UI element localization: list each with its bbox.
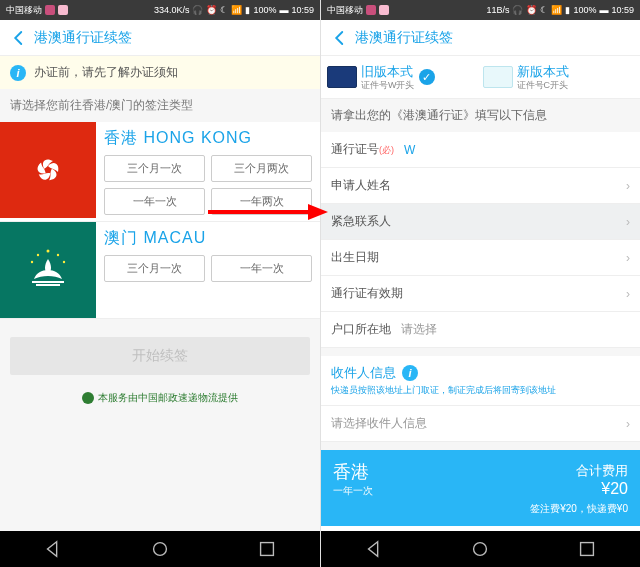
service-provider-label: 本服务由中国邮政速递物流提供 — [0, 391, 320, 405]
svg-point-9 — [474, 543, 487, 556]
chevron-right-icon: › — [626, 215, 630, 229]
visa-option-button[interactable]: 三个月一次 — [104, 155, 205, 182]
nav-home-icon[interactable] — [469, 538, 491, 560]
card-title: 旧版本式 — [361, 64, 415, 80]
svg-point-2 — [47, 250, 50, 253]
permit-number-field[interactable]: 通行证号(必) W — [321, 132, 640, 168]
visa-type-prompt: 请选择您前往香港/澳门的签注类型 — [0, 89, 320, 122]
app-header: 港澳通行证续签 — [321, 20, 640, 56]
battery-label: 100% — [573, 5, 596, 15]
permit-old-thumb-icon — [327, 66, 357, 88]
chevron-right-icon: › — [626, 251, 630, 265]
visa-option-button[interactable]: 三个月一次 — [104, 255, 205, 282]
svg-rect-10 — [580, 543, 593, 556]
summary-total-label: 合计费用 — [576, 462, 628, 480]
nav-back-icon[interactable] — [363, 538, 385, 560]
page-title: 港澳通行证续签 — [34, 29, 132, 47]
notice-banner[interactable]: i 办证前，请先了解办证须知 — [0, 56, 320, 89]
notice-text: 办证前，请先了解办证须知 — [34, 64, 178, 81]
visa-option-button[interactable]: 一年两次 — [211, 188, 312, 215]
permit-new-thumb-icon — [483, 66, 513, 88]
info-icon[interactable]: i — [402, 365, 418, 381]
provider-text: 本服务由中国邮政速递物流提供 — [98, 391, 238, 405]
back-icon[interactable] — [10, 29, 28, 47]
destination-name: 澳门 MACAU — [104, 228, 312, 249]
emergency-contact-field[interactable]: 紧急联系人 › — [321, 204, 640, 240]
net-speed: 11B/s — [486, 5, 509, 15]
permit-old-card[interactable]: 旧版本式 证件号W开头 ✓ — [327, 64, 479, 90]
carrier-label: 中国移动 — [6, 4, 42, 17]
field-label: 紧急联系人 — [331, 213, 391, 230]
nav-home-icon[interactable] — [149, 538, 171, 560]
svg-rect-8 — [260, 543, 273, 556]
back-icon[interactable] — [331, 29, 349, 47]
svg-rect-0 — [32, 281, 64, 283]
field-label: 出生日期 — [331, 249, 379, 266]
android-navbar — [0, 531, 320, 567]
net-speed: 334.0K/s — [154, 5, 190, 15]
visa-option-button[interactable]: 一年一次 — [104, 188, 205, 215]
hukou-field[interactable]: 户口所在地 请选择 — [321, 312, 640, 348]
status-indicator-icon — [58, 5, 68, 15]
destination-macau: 澳门 MACAU 三个月一次 一年一次 — [0, 222, 320, 319]
svg-rect-1 — [36, 284, 60, 286]
status-bar: 中国移动 334.0K/s 🎧 ⏰ ☾ 📶 ▮ 100% ▬ 10:59 — [0, 0, 320, 20]
app-header: 港澳通行证续签 — [0, 20, 320, 56]
selected-check-icon: ✓ — [419, 69, 435, 85]
summary-destination: 香港 — [333, 460, 373, 484]
svg-point-5 — [31, 261, 33, 263]
nav-back-icon[interactable] — [42, 538, 64, 560]
nav-recent-icon[interactable] — [576, 538, 598, 560]
recipient-title: 收件人信息 — [331, 364, 396, 382]
svg-point-4 — [57, 254, 59, 256]
wifi-icon: 📶 — [551, 5, 562, 15]
flag-macau-icon — [0, 222, 96, 318]
recipient-placeholder: 请选择收件人信息 — [331, 415, 427, 432]
order-summary: 香港 一年一次 合计费用 ¥20 签注费¥20，快递费¥0 — [321, 450, 640, 526]
status-bar: 中国移动 11B/s 🎧 ⏰ ☾ 📶 ▮ 100% ▬ 10:59 — [321, 0, 640, 20]
phone-left: 中国移动 334.0K/s 🎧 ⏰ ☾ 📶 ▮ 100% ▬ 10:59 港澳通… — [0, 0, 320, 567]
battery-icon: ▬ — [279, 5, 288, 15]
hukou-placeholder: 请选择 — [391, 321, 630, 338]
recipient-header: 收件人信息 i — [321, 348, 640, 384]
summary-frequency: 一年一次 — [333, 484, 373, 498]
android-navbar — [321, 531, 640, 567]
page-title: 港澳通行证续签 — [355, 29, 453, 47]
summary-fee-detail: 签注费¥20，快递费¥0 — [333, 502, 628, 516]
svg-point-7 — [154, 543, 167, 556]
form-instruction: 请拿出您的《港澳通行证》填写以下信息 — [321, 99, 640, 132]
status-indicator-icon — [366, 5, 376, 15]
destination-name: 香港 HONG KONG — [104, 128, 312, 149]
dnd-icon: ☾ — [540, 5, 548, 15]
visa-option-button[interactable]: 一年一次 — [211, 255, 312, 282]
permit-expiry-field[interactable]: 通行证有效期 › — [321, 276, 640, 312]
permit-style-selector: 旧版本式 证件号W开头 ✓ 新版本式 证件号C开头 — [321, 56, 640, 99]
destination-hongkong: 香港 HONG KONG 三个月一次 三个月两次 一年一次 一年两次 — [0, 122, 320, 222]
card-sub: 证件号W开头 — [361, 80, 415, 91]
field-label: 申请人姓名 — [331, 177, 391, 194]
applicant-name-field[interactable]: 申请人姓名 › — [321, 168, 640, 204]
svg-point-3 — [37, 254, 39, 256]
birth-date-field[interactable]: 出生日期 › — [321, 240, 640, 276]
dnd-icon: ☾ — [220, 5, 228, 15]
chevron-right-icon: › — [626, 179, 630, 193]
alarm-icon: ⏰ — [206, 5, 217, 15]
field-label: 户口所在地 — [331, 321, 391, 338]
info-icon: i — [10, 65, 26, 81]
nav-recent-icon[interactable] — [256, 538, 278, 560]
alarm-icon: ⏰ — [526, 5, 537, 15]
permit-new-card[interactable]: 新版本式 证件号C开头 — [483, 64, 635, 90]
summary-total-value: ¥20 — [576, 480, 628, 498]
wifi-icon: 📶 — [231, 5, 242, 15]
field-label: 通行证有效期 — [331, 285, 403, 302]
field-label: 通行证号(必) — [331, 141, 394, 158]
status-indicator-icon — [379, 5, 389, 15]
signal-icon: ▮ — [565, 5, 570, 15]
recipient-select-field[interactable]: 请选择收件人信息 › — [321, 406, 640, 442]
svg-point-6 — [63, 261, 65, 263]
headset-icon: 🎧 — [192, 5, 203, 15]
visa-option-button[interactable]: 三个月两次 — [211, 155, 312, 182]
card-sub: 证件号C开头 — [517, 80, 569, 91]
start-renewal-button[interactable]: 开始续签 — [10, 337, 310, 375]
permit-prefix: W — [394, 143, 630, 157]
